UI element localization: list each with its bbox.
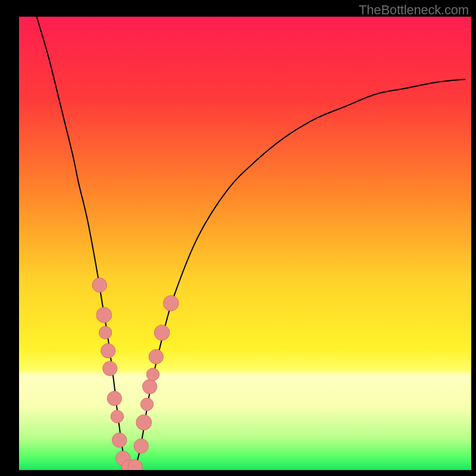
data-marker [163, 296, 178, 311]
data-marker [154, 325, 170, 340]
data-marker [96, 307, 112, 322]
bottleneck-curve [37, 17, 465, 470]
data-marker [101, 343, 115, 358]
data-marker [134, 439, 148, 453]
data-marker [142, 380, 156, 394]
plot-area [19, 17, 471, 470]
data-marker [103, 361, 117, 375]
data-marker [92, 278, 107, 292]
data-marker [136, 415, 152, 430]
chart-svg [19, 17, 471, 470]
data-marker [112, 433, 127, 447]
data-marker [149, 349, 163, 364]
chart-frame: TheBottleneck.com [0, 0, 476, 476]
data-marker [107, 391, 121, 405]
data-marker [146, 368, 159, 381]
data-marker [140, 398, 153, 411]
data-marker [111, 410, 123, 422]
watermark-text: TheBottleneck.com [359, 2, 469, 18]
data-marker [99, 326, 112, 339]
